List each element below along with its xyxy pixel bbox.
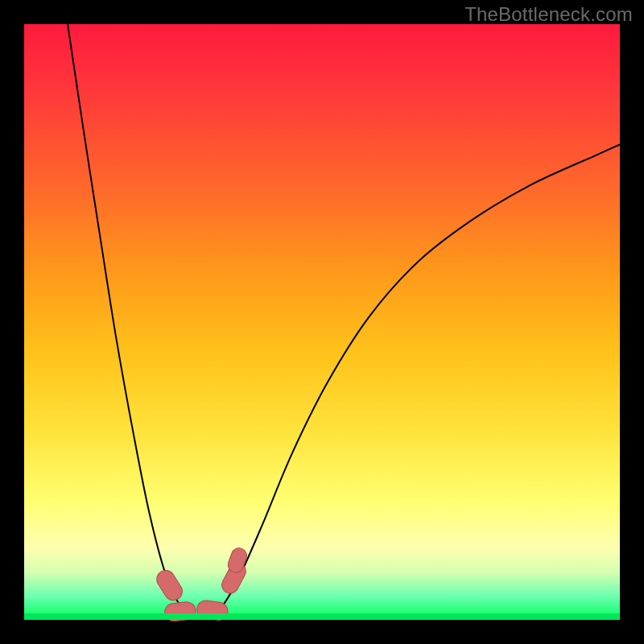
marker-layer	[24, 24, 620, 620]
chart-canvas: TheBottleneck.com	[0, 0, 644, 644]
watermark-text: TheBottleneck.com	[464, 3, 633, 26]
plot-area	[24, 24, 620, 620]
green-baseline-band	[24, 613, 620, 620]
data-marker	[154, 567, 186, 604]
marker-group	[154, 546, 250, 622]
